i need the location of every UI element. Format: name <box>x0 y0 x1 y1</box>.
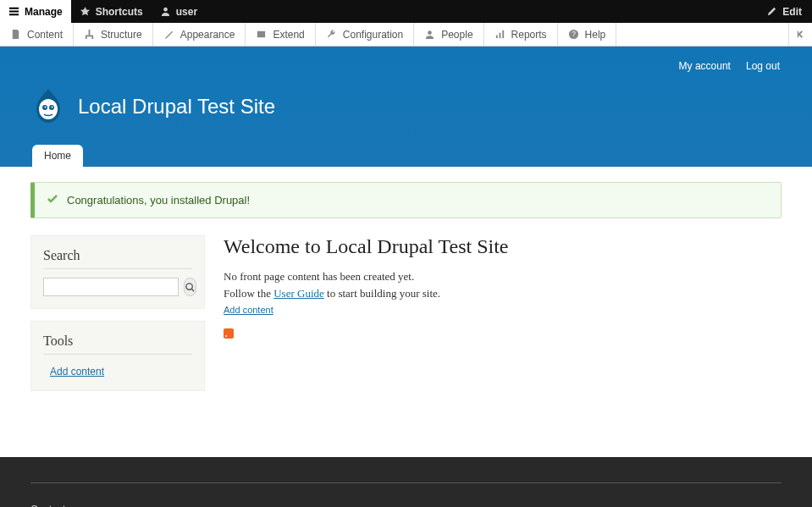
body-line2-suffix: to start building your site. <box>324 287 440 300</box>
tools-block: Tools Add content <box>30 321 205 391</box>
admin-configuration-label: Configuration <box>343 29 403 41</box>
page-title: Welcome to Local Drupal Test Site <box>224 235 782 258</box>
orientation-toggle[interactable] <box>788 23 812 46</box>
admin-people-label: People <box>441 29 472 41</box>
user-icon <box>160 6 171 17</box>
svg-point-13 <box>52 107 53 108</box>
admin-content-label: Content <box>27 29 63 41</box>
search-input[interactable] <box>43 278 179 296</box>
user-label: user <box>176 6 197 18</box>
svg-rect-5 <box>502 30 504 38</box>
people-icon <box>424 29 435 40</box>
admin-appearance[interactable]: Appearance <box>153 23 246 46</box>
admin-structure[interactable]: Structure <box>74 23 153 46</box>
shortcuts-label: Shortcuts <box>96 6 143 18</box>
admin-extend[interactable]: Extend <box>246 23 315 46</box>
pencil-icon <box>766 6 777 17</box>
admin-help[interactable]: ? Help <box>558 23 617 46</box>
tools-heading: Tools <box>43 333 192 355</box>
footer-divider <box>30 482 782 483</box>
search-icon <box>185 282 196 293</box>
body-line1: No front page content has been created y… <box>224 270 414 283</box>
admin-extend-label: Extend <box>273 29 304 41</box>
admin-menu: Content Structure Appearance Extend Conf… <box>0 23 812 47</box>
add-content-link[interactable]: Add content <box>224 305 273 315</box>
edit-label: Edit <box>782 6 802 18</box>
puzzle-icon <box>256 29 267 40</box>
site-header: My account Log out Local Drupal Test Sit… <box>0 47 812 167</box>
body-line2-prefix: Follow the <box>224 287 273 300</box>
contact-link[interactable]: Contact <box>30 504 65 507</box>
brush-icon <box>163 29 174 40</box>
tools-add-content-link[interactable]: Add content <box>43 366 104 377</box>
search-block: Search <box>30 235 205 309</box>
admin-structure-label: Structure <box>101 29 142 41</box>
edit-button[interactable]: Edit <box>766 0 802 23</box>
svg-rect-4 <box>499 33 500 39</box>
admin-reports[interactable]: Reports <box>484 23 558 46</box>
svg-text:?: ? <box>572 30 576 38</box>
site-title[interactable]: Local Drupal Test Site <box>78 95 275 118</box>
logout-link[interactable]: Log out <box>746 60 780 72</box>
svg-rect-1 <box>257 31 265 37</box>
my-account-link[interactable]: My account <box>679 60 731 72</box>
svg-point-9 <box>39 99 58 119</box>
admin-appearance-label: Appearance <box>180 29 235 41</box>
search-button[interactable] <box>184 278 196 296</box>
svg-rect-8 <box>798 31 798 37</box>
drupal-logo-icon <box>30 87 66 126</box>
help-icon: ? <box>568 29 579 40</box>
arrow-left-icon <box>795 29 806 40</box>
svg-point-12 <box>45 107 47 108</box>
chart-icon <box>494 29 505 40</box>
structure-icon <box>84 29 95 40</box>
rss-icon[interactable] <box>224 328 234 339</box>
svg-point-2 <box>428 30 432 35</box>
admin-configuration[interactable]: Configuration <box>316 23 414 46</box>
svg-rect-3 <box>495 35 497 38</box>
svg-point-14 <box>186 283 192 289</box>
shortcuts-button[interactable]: Shortcuts <box>71 0 152 23</box>
star-icon <box>80 6 91 17</box>
hamburger-icon <box>8 6 19 17</box>
wrench-icon <box>326 29 337 40</box>
admin-content[interactable]: Content <box>0 23 74 46</box>
document-icon <box>10 29 21 40</box>
admin-help-label: Help <box>585 29 606 41</box>
status-message: Congratulations, you installed Drupal! <box>30 182 782 218</box>
admin-reports-label: Reports <box>511 29 547 41</box>
user-guide-link[interactable]: User Guide <box>273 287 324 300</box>
tab-home[interactable]: Home <box>32 145 83 167</box>
user-button[interactable]: user <box>152 0 206 23</box>
footer: Contact Powered by Drupal <box>0 457 812 507</box>
search-heading: Search <box>43 248 192 269</box>
toolbar-top: Manage Shortcuts user Edit <box>0 0 812 23</box>
check-icon <box>47 193 58 207</box>
svg-point-0 <box>163 8 168 12</box>
manage-button[interactable]: Manage <box>0 0 71 23</box>
admin-people[interactable]: People <box>414 23 483 46</box>
manage-label: Manage <box>25 6 63 18</box>
status-text: Congratulations, you installed Drupal! <box>67 194 250 207</box>
